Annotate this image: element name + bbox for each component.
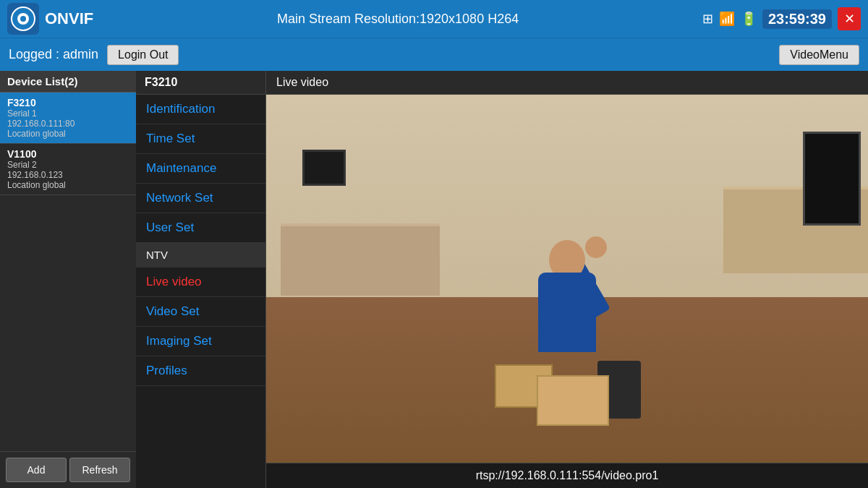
wifi-icon: 📶 <box>719 11 735 27</box>
add-device-button[interactable]: Add <box>6 458 67 482</box>
video-menu-button[interactable]: VideoMenu <box>779 45 859 65</box>
person <box>524 222 610 352</box>
logged-label: Logged : admin <box>9 47 98 62</box>
device-ip: 192.168.0.123 <box>7 170 129 180</box>
monitor-left <box>302 150 346 186</box>
device-list-items: F3210 Serial 1 192.168.0.111:80 Location… <box>0 93 136 451</box>
menu-items: IdentificationTime SetMaintenanceNetwork… <box>136 95 265 386</box>
logo-box <box>7 3 39 35</box>
title-bar-right: ⊞ 📶 🔋 23:59:39 ✕ <box>702 7 861 30</box>
desk-left <box>281 223 440 296</box>
device-item-v1100[interactable]: V1100 Serial 2 192.168.0.123 Location gl… <box>0 144 136 195</box>
login-out-button[interactable]: Login Out <box>107 45 179 65</box>
menu-item-imaging-set[interactable]: Imaging Set <box>136 327 265 356</box>
menu-item-time-set[interactable]: Time Set <box>136 124 265 154</box>
office-scene <box>266 95 868 463</box>
device-name: F3210 <box>7 97 129 108</box>
device-list-buttons: Add Refresh <box>0 451 136 488</box>
app-title: ONVIF <box>45 9 93 28</box>
refresh-device-button[interactable]: Refresh <box>69 458 130 482</box>
menu-item-maintenance[interactable]: Maintenance <box>136 154 265 184</box>
live-video-feed <box>266 95 868 463</box>
person-hand <box>585 236 607 258</box>
close-button[interactable]: ✕ <box>838 7 861 30</box>
device-location: Location global <box>7 129 129 139</box>
device-serial: Serial 2 <box>7 160 129 170</box>
menu-panel: F3210 IdentificationTime SetMaintenanceN… <box>136 71 266 488</box>
device-location: Location global <box>7 180 129 190</box>
menu-item-identification[interactable]: Identification <box>136 95 265 124</box>
stream-url-bar: rtsp://192.168.0.111:554/video.pro1 <box>266 463 868 488</box>
main-area: Device List(2) F3210 Serial 1 192.168.0.… <box>0 71 868 488</box>
person-body <box>538 273 596 352</box>
content-area: Live video <box>266 71 868 488</box>
device-item-f3210[interactable]: F3210 Serial 1 192.168.0.111:80 Location… <box>0 93 136 144</box>
grid-icon: ⊞ <box>702 11 713 27</box>
menu-item-ntv[interactable]: NTV <box>136 243 265 267</box>
device-serial: Serial 1 <box>7 108 129 119</box>
box2 <box>537 375 609 426</box>
live-video-container <box>266 95 868 463</box>
menu-item-user-set[interactable]: User Set <box>136 213 265 243</box>
battery-icon: 🔋 <box>741 11 757 27</box>
title-bar: ONVIF Main Stream Resolution:1920x1080 H… <box>0 0 868 38</box>
stream-info: Main Stream Resolution:1920x1080 H264 <box>93 12 702 27</box>
content-header: Live video <box>266 71 868 95</box>
menu-item-video-set[interactable]: Video Set <box>136 297 265 327</box>
device-name: V1100 <box>7 148 129 160</box>
sub-bar: Logged : admin Login Out VideoMenu <box>0 38 868 71</box>
menu-device-title: F3210 <box>136 71 265 95</box>
device-list-header: Device List(2) <box>0 71 136 93</box>
device-list: Device List(2) F3210 Serial 1 192.168.0.… <box>0 71 136 488</box>
menu-item-live-video[interactable]: Live video <box>136 267 265 297</box>
monitor-right <box>803 132 861 226</box>
menu-item-profiles[interactable]: Profiles <box>136 356 265 386</box>
menu-item-network-set[interactable]: Network Set <box>136 184 265 213</box>
device-ip: 192.168.0.111:80 <box>7 119 129 129</box>
clock: 23:59:39 <box>762 9 832 29</box>
svg-point-2 <box>20 16 26 22</box>
